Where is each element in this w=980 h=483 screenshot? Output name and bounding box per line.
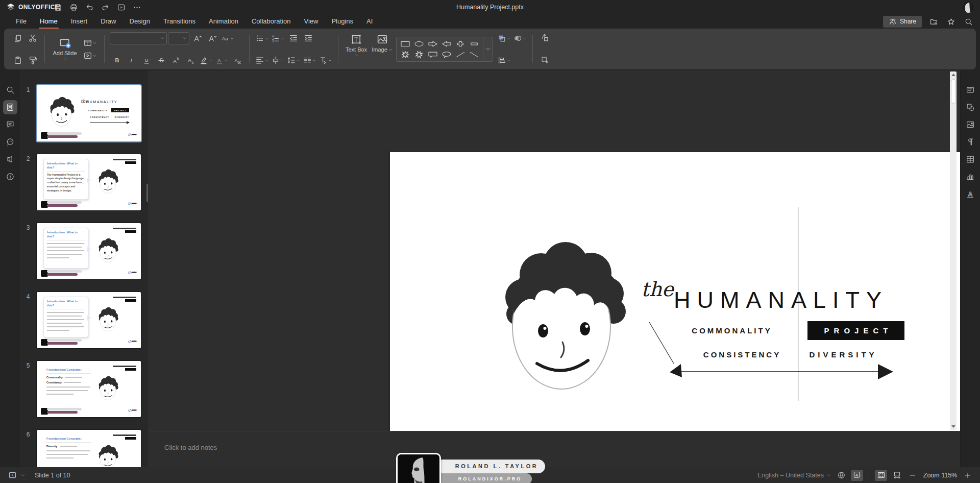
right-rail-slide-settings-button[interactable] xyxy=(963,83,977,97)
line-diag-shape[interactable] xyxy=(468,50,481,60)
tab-draw[interactable]: Draw xyxy=(94,14,122,29)
reset-slide-button[interactable] xyxy=(538,32,552,44)
increase-indent-button[interactable] xyxy=(301,32,315,44)
arrow-right-shape[interactable] xyxy=(426,39,439,49)
word-project[interactable]: PROJECT xyxy=(807,321,904,340)
plus-shape[interactable] xyxy=(454,39,467,49)
slide-thumbnail-4[interactable]: Introduction: What is this? xyxy=(37,292,141,348)
copy-button[interactable] xyxy=(11,32,24,44)
scroll-up-button[interactable] xyxy=(950,71,957,78)
zoom-in-button[interactable] xyxy=(962,470,974,481)
start-slideshow-button[interactable] xyxy=(6,470,18,481)
right-rail-paragraph-settings-button[interactable] xyxy=(963,135,977,149)
tab-file[interactable]: File xyxy=(9,14,33,29)
bullets-button[interactable] xyxy=(255,32,270,44)
face-illustration[interactable] xyxy=(494,225,627,393)
slide-layout-button[interactable] xyxy=(83,36,97,49)
left-rail-about-button[interactable] xyxy=(3,170,17,184)
italic-button[interactable]: I xyxy=(125,54,138,66)
slide-thumbnail-1[interactable]: theHUMANALITYCOMMONALITYPROJECTCONSISTEN… xyxy=(37,85,141,141)
left-rail-chat-button[interactable] xyxy=(3,135,17,149)
right-rail-chart-settings-button[interactable] xyxy=(963,170,977,184)
search-button[interactable] xyxy=(963,16,974,27)
scrollbar-thumb[interactable] xyxy=(951,79,956,104)
tab-home[interactable]: Home xyxy=(33,14,64,29)
tab-design[interactable]: Design xyxy=(123,14,157,29)
tab-insert[interactable]: Insert xyxy=(64,14,94,29)
star8-shape[interactable] xyxy=(399,50,412,60)
share-button[interactable]: Share xyxy=(883,16,922,28)
spellcheck-button[interactable]: A xyxy=(851,470,863,481)
right-rail-table-settings-button[interactable] xyxy=(963,152,977,166)
tab-ai[interactable]: AI xyxy=(360,14,379,29)
ellipse-shape[interactable] xyxy=(412,39,426,49)
language-select[interactable]: English – United States xyxy=(757,472,831,479)
left-rail-search-button[interactable] xyxy=(3,83,17,97)
arrow-left-shape[interactable] xyxy=(440,39,453,49)
slide-thumbnail-3[interactable]: Introduction: What is this? xyxy=(37,223,141,279)
save-button[interactable] xyxy=(52,2,63,13)
superscript-button[interactable]: Ab xyxy=(169,54,183,66)
word-diversity[interactable]: DIVERSITY xyxy=(797,350,889,359)
select-button[interactable] xyxy=(538,54,552,66)
font-size-select[interactable] xyxy=(168,32,189,44)
author-photo[interactable] xyxy=(396,453,441,483)
rect-shape[interactable] xyxy=(399,39,412,49)
slide-thumbnail-6[interactable]: Foundational Concepts:Diversity: xyxy=(37,430,141,467)
left-rail-slides-button[interactable] xyxy=(3,100,17,114)
text-box-button[interactable]: T Text Box xyxy=(344,32,369,59)
strikethrough-button[interactable]: S xyxy=(154,54,168,66)
slide-theme-button[interactable] xyxy=(83,49,97,62)
open-location-button[interactable] xyxy=(928,16,939,27)
left-rail-comment-button[interactable] xyxy=(3,117,17,132)
set-language-button[interactable] xyxy=(835,470,847,481)
clear-style-button[interactable]: A xyxy=(230,54,244,66)
decrease-font-button[interactable] xyxy=(205,32,219,44)
highlight-color-button[interactable] xyxy=(199,54,213,66)
burst-shape[interactable] xyxy=(412,50,426,60)
copy-style-button[interactable] xyxy=(26,54,39,66)
right-rail-image-settings-button[interactable] xyxy=(963,117,977,132)
right-rail-shape-settings-button[interactable] xyxy=(963,100,977,114)
title-the[interactable]: the xyxy=(641,278,674,301)
callout-rect-shape[interactable] xyxy=(426,50,439,60)
vertical-scrollbar[interactable] xyxy=(950,71,957,430)
tab-collaboration[interactable]: Collaboration xyxy=(245,14,298,29)
right-rail-textart-settings-button[interactable]: A xyxy=(963,187,977,201)
tab-plugins[interactable]: Plugins xyxy=(325,14,360,29)
slide-thumbnail-2[interactable]: Introduction: What is this?The Humanalit… xyxy=(37,154,141,210)
redo-button[interactable] xyxy=(100,2,111,13)
line-spacing-button[interactable] xyxy=(286,54,301,66)
horizontal-align-button[interactable] xyxy=(255,54,270,66)
minus-shape[interactable] xyxy=(468,39,481,49)
title-humanality[interactable]: HUMANALITY xyxy=(674,287,888,313)
font-color-button[interactable]: A xyxy=(214,54,229,66)
word-consistency[interactable]: CONSISTENCY xyxy=(681,350,803,359)
slideshow-options-caret[interactable] xyxy=(20,471,26,480)
shape-fill-button[interactable] xyxy=(497,32,511,44)
author-website-pill[interactable]: ROLANDIXOR.PRO xyxy=(436,473,532,483)
undo-button[interactable] xyxy=(84,2,95,13)
subscript-button[interactable]: Ab xyxy=(184,54,198,66)
zoom-out-button[interactable] xyxy=(906,470,919,481)
callout-oval-shape[interactable] xyxy=(440,50,453,60)
shapes-gallery-more-button[interactable] xyxy=(483,37,493,61)
align-shapes-button[interactable] xyxy=(497,54,511,66)
insert-columns-button[interactable] xyxy=(302,54,317,66)
shape-outline-button[interactable] xyxy=(512,32,527,44)
slide-thumbnail-5[interactable]: Foundational Concepts:Commonality:Consis… xyxy=(37,361,141,417)
underline-button[interactable]: U xyxy=(139,54,153,66)
fit-width-button[interactable] xyxy=(891,470,903,481)
increase-font-button[interactable] xyxy=(190,32,204,44)
cut-button[interactable] xyxy=(26,32,39,44)
vertical-align-button[interactable] xyxy=(271,54,285,66)
tab-animation[interactable]: Animation xyxy=(202,14,245,29)
text-direction-button[interactable] xyxy=(318,54,333,66)
left-rail-feedback-button[interactable] xyxy=(3,152,17,166)
fit-slide-button[interactable] xyxy=(875,470,887,481)
tab-view[interactable]: View xyxy=(298,14,325,29)
more-button[interactable] xyxy=(131,2,142,13)
bold-button[interactable]: B xyxy=(110,54,124,66)
notes-area[interactable]: Click to add notes xyxy=(148,431,960,467)
line-shape[interactable] xyxy=(454,50,467,60)
